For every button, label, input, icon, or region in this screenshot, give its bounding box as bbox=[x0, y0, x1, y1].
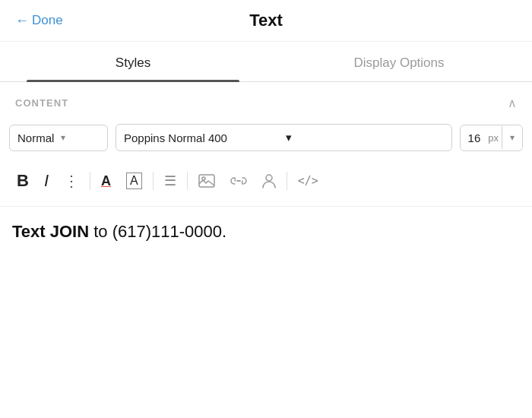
align-button[interactable]: ☰ bbox=[157, 168, 184, 194]
text-content-area: Text JOIN to (617)111-0000. bbox=[0, 207, 532, 257]
font-size-control: 16 px ▾ bbox=[460, 125, 523, 151]
toolbar-divider-2 bbox=[153, 172, 154, 190]
font-size-unit: px bbox=[488, 126, 502, 150]
more-icon: ⋮ bbox=[64, 172, 79, 190]
back-label: Done bbox=[32, 13, 63, 28]
text-bold-part: Text JOIN bbox=[12, 222, 89, 241]
font-dropdown-arrow-icon: ▾ bbox=[286, 131, 443, 144]
formatting-toolbar: B I ⋮ A A ☰ </> bbox=[0, 160, 532, 207]
tab-bar: Styles Display Options bbox=[0, 42, 532, 82]
bold-icon: B bbox=[17, 171, 29, 191]
bold-button[interactable]: B bbox=[9, 166, 36, 195]
italic-button[interactable]: I bbox=[36, 166, 56, 195]
tab-styles[interactable]: Styles bbox=[0, 42, 266, 81]
back-arrow-icon: ← bbox=[15, 13, 29, 29]
text-bg-icon: A bbox=[126, 173, 142, 189]
content-section-header: CONTENT ∧ bbox=[0, 82, 532, 119]
style-select[interactable]: Normal ▾ bbox=[9, 125, 108, 151]
text-background-button[interactable]: A bbox=[119, 168, 150, 194]
italic-icon: I bbox=[44, 171, 49, 191]
code-button[interactable]: </> bbox=[290, 169, 326, 192]
font-select-value: Poppins Normal 400 bbox=[124, 131, 281, 144]
text-color-icon: A bbox=[101, 173, 111, 189]
style-select-value: Normal bbox=[17, 131, 56, 144]
image-button[interactable] bbox=[191, 169, 223, 192]
font-size-value: 16 bbox=[461, 125, 489, 150]
more-options-button[interactable]: ⋮ bbox=[56, 167, 87, 195]
font-select[interactable]: Poppins Normal 400 ▾ bbox=[116, 124, 452, 151]
tab-display-options[interactable]: Display Options bbox=[266, 42, 532, 81]
controls-row: Normal ▾ Poppins Normal 400 ▾ 16 px ▾ bbox=[0, 119, 532, 160]
toolbar-divider-3 bbox=[187, 172, 188, 190]
align-icon: ☰ bbox=[164, 173, 176, 189]
text-color-button[interactable]: A bbox=[93, 169, 119, 194]
toolbar-divider-1 bbox=[90, 172, 90, 190]
svg-point-2 bbox=[266, 175, 272, 181]
toolbar-divider-4 bbox=[287, 172, 287, 190]
style-dropdown-arrow-icon: ▾ bbox=[61, 132, 100, 143]
page-header: ← Done Text bbox=[0, 0, 532, 42]
code-icon: </> bbox=[298, 174, 318, 188]
person-icon bbox=[262, 173, 276, 188]
back-button[interactable]: ← Done bbox=[15, 13, 63, 29]
link-button[interactable] bbox=[223, 171, 255, 191]
font-size-dropdown-button[interactable]: ▾ bbox=[502, 126, 522, 149]
link-icon bbox=[230, 176, 247, 186]
collapse-icon[interactable]: ∧ bbox=[508, 96, 517, 110]
text-regular-part: to (617)111-0000. bbox=[93, 222, 226, 241]
image-icon bbox=[198, 174, 215, 188]
section-label: CONTENT bbox=[15, 97, 68, 109]
person-button[interactable] bbox=[255, 169, 283, 193]
text-body: Text JOIN to (617)111-0000. bbox=[12, 222, 520, 242]
page-title: Text bbox=[249, 11, 283, 30]
